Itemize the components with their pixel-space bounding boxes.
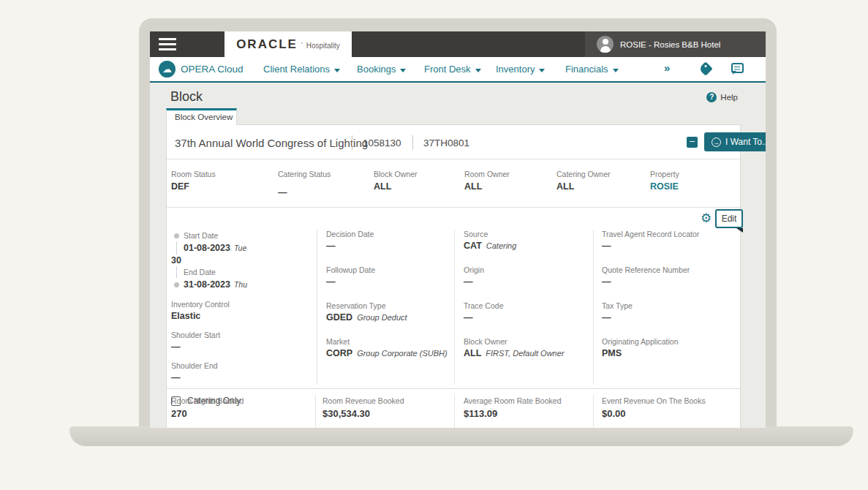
details-column-dates: Start Date 01-08-2023Tue 30 End Date 31-… [171,230,314,406]
field-originating-application: Originating Application PMS [602,337,741,358]
avatar-icon [597,36,614,53]
start-date-value: 01-08-2023Tue [184,241,246,255]
timeline-line [176,241,177,255]
timeline-end-value-row: 31-08-2023Thu [171,278,314,291]
help-button[interactable]: ? Help [706,92,738,102]
revenue-stats-section: Room Nights Booked 270 Room Nights Picke… [167,388,740,428]
chat-icon[interactable] [731,63,744,73]
arrow-circle-icon: → [712,137,721,147]
nav-item-client-relations[interactable]: Client Relations [263,64,340,75]
block-id: 1058130 [363,137,401,148]
opera-cloud-logo-icon[interactable]: ☁ [159,61,176,78]
field-inventory-control: Inventory Control Elastic [171,300,314,321]
chevron-down-icon [400,69,406,72]
block-name: 37th Annual World Congress of Lighting [175,137,368,149]
status-row: Room Status DEF Catering Status — Block … [167,159,740,208]
timeline-dot-icon [174,233,179,238]
field-tax-type: Tax Type — [602,301,741,323]
status-catering-owner: Catering Owner ALL [556,170,611,192]
end-date-day: Thu [234,280,247,289]
laptop-base [69,426,853,446]
divider [593,230,594,385]
block-code: 37TH0801 [423,137,469,148]
i-want-to-button[interactable]: → I Want To... [704,132,766,151]
divider [352,135,352,150]
status-block-owner: Block Owner ALL [374,170,418,192]
tag-icon[interactable] [698,61,713,76]
chevron-down-icon [613,69,619,72]
start-date-day: Tue [234,244,246,252]
status-catering-status: Catering Status — [278,170,331,197]
opera-cloud-home-link[interactable]: OPERA Cloud [181,64,244,75]
status-room-owner: Room Owner ALL [464,170,510,192]
field-source: Source CATCatering [464,230,588,251]
gear-icon[interactable]: ⚙ [701,211,712,226]
divider [454,230,455,385]
status-room-status: Room Status DEF [171,170,216,192]
oracle-hospitality-text: Hospitality [306,42,340,50]
stat-room-revenue: Room Revenue Booked $30,534.30 Room Reve… [322,396,413,428]
field-block-owner: Block Owner ALLFIRST, Default Owner [464,337,588,358]
end-date-value: 31-08-2023Thu [184,278,247,291]
block-overview-card: 37th Annual World Congress of Lighting 1… [166,124,741,428]
tab-block-overview[interactable]: Block Overview [166,108,237,125]
nav-overflow-icon[interactable]: » [664,61,670,74]
app-screen: ORACLE’ Hospitality ROSIE - Rosies B&B H… [150,31,766,428]
timeline-start-label-row: Start Date [171,230,314,241]
field-origin: Origin — [464,265,588,287]
divider [412,135,413,150]
block-details-section: ⚙ Edit Start Date 01-08-2023Tue 30 [167,208,740,388]
user-property-label: ROSIE - Rosies B&B Hotel [620,40,720,49]
timeline-dot-icon [174,282,179,287]
chevron-down-icon [475,69,481,72]
field-market: Market CORPGroup Corporate (SUBH) [326,337,450,358]
top-bar: ORACLE’ Hospitality ROSIE - Rosies B&B H… [150,31,766,57]
start-date-label: Start Date [184,230,218,241]
field-shoulder-start: Shoulder Start — [171,331,314,352]
field-travel-agent-record-locator: Travel Agent Record Locator — [602,230,741,251]
oracle-brand-text: ORACLE [236,37,298,52]
stat-room-nights: Room Nights Booked 270 Room Nights Picke… [171,396,252,428]
edit-button[interactable]: Edit [715,209,743,228]
chevron-down-icon [539,69,545,72]
field-quote-reference-number: Quote Reference Number — [602,265,741,287]
details-column-booking: Decision Date — Followup Date — Reservat… [326,230,450,368]
details-column-source: Source CATCatering Origin — Trace Code —… [464,230,588,368]
nav-item-inventory[interactable]: Inventory [496,64,545,75]
user-menu[interactable]: ROSIE - Rosies B&B Hotel [585,31,766,57]
details-column-misc: Travel Agent Record Locator — Quote Refe… [602,230,741,368]
divider [593,395,594,428]
block-header: 37th Annual World Congress of Lighting 1… [167,125,740,159]
field-trace-code: Trace Code — [464,301,588,323]
nav-item-financials[interactable]: Financials [565,64,619,75]
stat-average-rate: Average Room Rate Booked $113.09 Average… [464,396,570,428]
hamburger-menu-icon[interactable] [159,38,176,50]
end-date-label: End Date [184,266,216,278]
timeline-start-value-row: 01-08-2023Tue [171,241,314,255]
field-decision-date: Decision Date — [326,230,450,251]
field-shoulder-end: Shoulder End — [171,361,314,382]
status-property: Property ROSIE [650,170,679,192]
nav-item-bookings[interactable]: Bookings [357,64,406,75]
timeline-end-label-row: End Date [171,266,314,278]
divider [315,395,316,428]
chevron-down-icon [334,69,340,72]
oracle-logo: ORACLE’ Hospitality [224,31,352,57]
divider [317,230,317,385]
nav-item-front-desk[interactable]: Front Desk [424,64,481,75]
timeline-line [176,266,177,278]
divider [454,395,455,428]
field-reservation-type: Reservation Type GDEDGroup Deduct [326,301,450,323]
stat-event-revenue: Event Revenue On The Books $0.00 Event R… [602,396,706,428]
nights-count: 30 [171,255,314,266]
main-nav: ☁ OPERA Cloud Client Relations Bookings … [150,57,766,83]
oracle-trademark: ’ [301,41,303,48]
page-body: Block ? Help Block Overview 37th Annual … [150,83,766,428]
collapse-icon[interactable]: – [687,137,698,148]
page-title: Block [170,89,203,105]
field-followup-date: Followup Date — [326,265,450,287]
help-icon: ? [706,92,717,102]
